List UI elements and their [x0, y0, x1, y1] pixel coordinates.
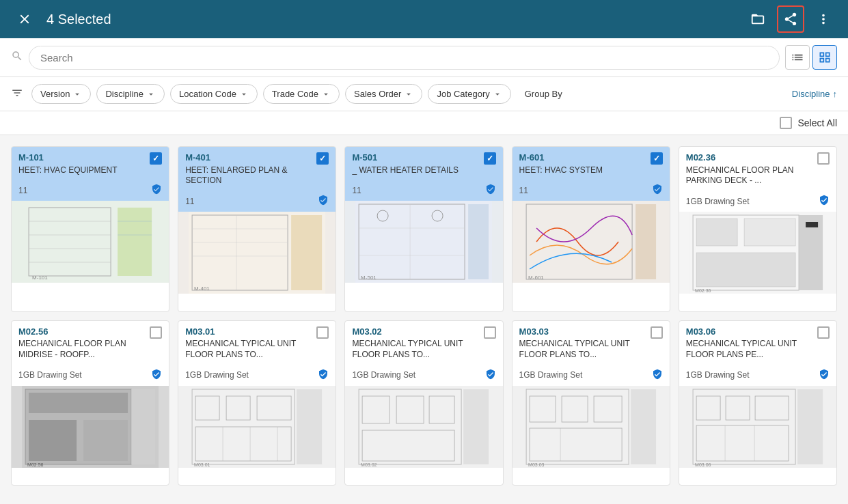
svg-rect-33 [696, 219, 737, 246]
header-right [744, 5, 837, 33]
card-checkbox-m601[interactable] [651, 152, 663, 165]
card-m0302[interactable]: M03.02 MECHANICAL TYPICAL UNIT FLOOR PLA… [344, 320, 503, 486]
card-checkbox-m501[interactable] [484, 152, 496, 165]
card-thumbnail-m501: M-501 [345, 201, 502, 283]
card-checkbox-m0302[interactable] [484, 326, 496, 339]
svg-text:M02.56: M02.56 [27, 462, 43, 467]
search-input[interactable] [29, 46, 780, 70]
svg-text:M03.03: M03.03 [528, 462, 544, 467]
card-m601[interactable]: M-601 HEET: HVAC SYSTEM 11 M-601 [512, 146, 670, 312]
card-checkbox-m401[interactable] [316, 152, 329, 165]
card-version-m501: 11 [352, 186, 361, 195]
card-m0301[interactable]: M03.01 MECHANICAL TYPICAL UNIT FLOOR PLA… [178, 320, 336, 486]
card-title-m501: _ WATER HEATER DETAILS [352, 165, 459, 176]
group-by-button[interactable]: Group By [517, 85, 571, 103]
view-toggle [785, 45, 837, 70]
verified-icon-m0256 [151, 369, 162, 382]
svg-rect-34 [744, 219, 795, 246]
discipline-filter[interactable]: Discipline [96, 84, 165, 104]
job-category-filter[interactable]: Job Category [428, 84, 510, 104]
cards-grid: M-101 HEET: HVAC EQUIPMENT 11 M-101 M-40… [0, 135, 848, 496]
card-m401[interactable]: M-401 HEET: ENLARGED PLAN & SECTION 11 M… [178, 146, 336, 312]
grid-view-button[interactable] [812, 45, 837, 70]
card-version-m0303: 1GB Drawing Set [519, 370, 583, 380]
folder-button[interactable] [744, 5, 771, 33]
card-thumbnail-m401: M-401 [178, 212, 336, 294]
card-code-m0301: M03.01 [185, 326, 316, 338]
share-button[interactable] [777, 5, 804, 33]
location-code-filter[interactable]: Location Code [170, 84, 258, 104]
card-info-m501: M-501 _ WATER HEATER DETAILS [352, 152, 459, 176]
header-left: 4 Selected [11, 5, 744, 33]
card-checkbox-m101[interactable] [150, 152, 162, 165]
close-button[interactable] [11, 5, 38, 33]
card-meta-m101: 11 [12, 181, 169, 201]
card-checkbox-m0256[interactable] [150, 326, 162, 339]
card-meta-m0302: 1GB Drawing Set [345, 366, 502, 386]
sort-label[interactable]: Discipline ↑ [792, 89, 837, 99]
card-info-m0256: M02.56 MECHANICAL FLOOR PLAN MIDRISE - R… [18, 326, 150, 361]
svg-rect-72 [631, 389, 656, 464]
card-m101[interactable]: M-101 HEET: HVAC EQUIPMENT 11 M-101 [11, 146, 169, 312]
card-m0256[interactable]: M02.56 MECHANICAL FLOOR PLAN MIDRISE - R… [11, 320, 169, 486]
card-code-m0302: M03.02 [352, 326, 483, 338]
card-checkbox-m0236[interactable] [817, 152, 830, 165]
trade-code-filter[interactable]: Trade Code [263, 84, 340, 104]
verified-icon-m0236 [819, 195, 830, 208]
card-thumbnail-m0303: M03.03 [512, 386, 670, 468]
card-thumbnail-m0302: M03.02 [345, 386, 502, 468]
card-meta-m0256: 1GB Drawing Set [12, 366, 169, 386]
verified-icon-m0306 [819, 369, 830, 382]
svg-rect-41 [29, 393, 128, 413]
card-title-m0256: MECHANICAL FLOOR PLAN MIDRISE - ROOFP... [18, 339, 150, 360]
card-version-m401: 11 [185, 197, 194, 206]
card-m501[interactable]: M-501 _ WATER HEATER DETAILS 11 M-501 [344, 146, 503, 312]
card-checkbox-m0301[interactable] [316, 326, 329, 339]
list-view-button[interactable] [785, 45, 810, 70]
card-version-m601: 11 [519, 186, 528, 195]
card-header-m0306: M03.06 MECHANICAL TYPICAL UNIT FLOOR PLA… [679, 321, 836, 366]
select-all-checkbox[interactable] [780, 117, 792, 129]
search-bar [0, 38, 848, 77]
svg-rect-16 [291, 215, 322, 290]
svg-text:M03.02: M03.02 [361, 462, 377, 467]
svg-text:M-101: M-101 [32, 275, 48, 281]
card-info-m0301: M03.01 MECHANICAL TYPICAL UNIT FLOOR PLA… [185, 326, 316, 361]
sales-order-filter[interactable]: Sales Order [345, 84, 422, 104]
version-filter[interactable]: Version [31, 84, 91, 104]
card-m0303[interactable]: M03.03 MECHANICAL TYPICAL UNIT FLOOR PLA… [512, 320, 670, 486]
card-checkbox-m0306[interactable] [817, 326, 830, 339]
card-version-m101: 11 [18, 186, 27, 195]
card-thumbnail-m601: M-601 [512, 201, 670, 283]
card-code-m0256: M02.56 [18, 326, 150, 338]
card-m0306[interactable]: M03.06 MECHANICAL TYPICAL UNIT FLOOR PLA… [679, 320, 837, 486]
card-code-m0236: M02.36 [686, 152, 817, 164]
verified-icon-m101 [151, 184, 162, 197]
card-thumbnail-m0301: M03.01 [178, 386, 336, 468]
card-code-m101: M-101 [18, 152, 117, 164]
card-header-m501: M-501 _ WATER HEATER DETAILS [345, 147, 502, 181]
card-header-m101: M-101 HEET: HVAC EQUIPMENT [12, 147, 169, 181]
card-code-m0306: M03.06 [686, 326, 817, 338]
svg-rect-29 [635, 204, 656, 279]
card-info-m0303: M03.03 MECHANICAL TYPICAL UNIT FLOOR PLA… [519, 326, 651, 361]
card-version-m0256: 1GB Drawing Set [18, 370, 82, 380]
card-title-m601: HEET: HVAC SYSTEM [519, 165, 603, 176]
card-version-m0236: 1GB Drawing Set [686, 197, 750, 206]
card-title-m0306: MECHANICAL TYPICAL UNIT FLOOR PLANS PE..… [686, 339, 817, 360]
card-meta-m0306: 1GB Drawing Set [679, 366, 836, 386]
verified-icon-m0303 [652, 369, 663, 382]
card-meta-m601: 11 [512, 181, 670, 201]
card-checkbox-m0303[interactable] [651, 326, 663, 339]
filter-bar: Version Discipline Location Code Trade C… [0, 77, 848, 111]
more-button[interactable] [810, 5, 837, 33]
svg-rect-25 [468, 204, 489, 279]
selected-count-label: 4 Selected [46, 12, 111, 27]
card-version-m0306: 1GB Drawing Set [686, 370, 750, 380]
svg-text:M-501: M-501 [361, 275, 377, 281]
card-m0236[interactable]: M02.36 MECHANICAL FLOOR PLAN PARKING DEC… [679, 146, 837, 312]
app-header: 4 Selected [0, 0, 848, 38]
card-info-m0236: M02.36 MECHANICAL FLOOR PLAN PARKING DEC… [686, 152, 817, 186]
verified-icon-m0301 [318, 369, 329, 382]
card-title-m101: HEET: HVAC EQUIPMENT [18, 165, 117, 176]
